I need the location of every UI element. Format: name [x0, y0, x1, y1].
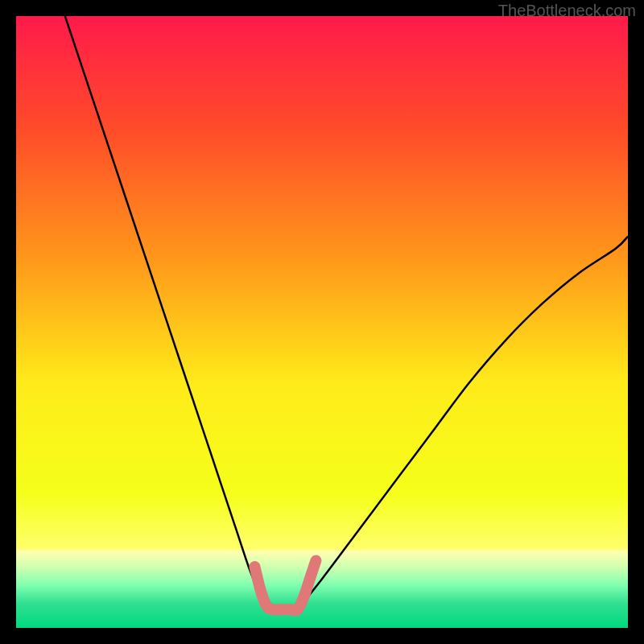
chart-svg — [16, 16, 628, 628]
gradient-background — [16, 16, 628, 628]
watermark-text: TheBottleneck.com — [498, 2, 636, 20]
bottleneck-chart — [16, 16, 628, 628]
